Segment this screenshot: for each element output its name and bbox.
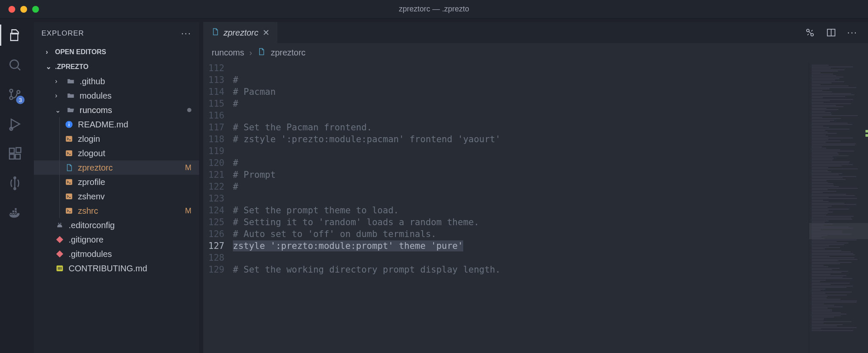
shell-file-icon — [64, 207, 74, 215]
window-close-button[interactable] — [8, 6, 15, 13]
code-content[interactable]: ## Pacman## Set the Pacman frontend.# zs… — [233, 62, 809, 353]
explorer-icon[interactable] — [8, 28, 22, 42]
tree-file[interactable]: zlogout — [34, 146, 199, 160]
svg-rect-17 — [66, 193, 72, 199]
activity-bar: 3 — [0, 19, 30, 353]
run-debug-icon[interactable] — [8, 117, 22, 131]
more-actions-icon[interactable]: ··· — [847, 27, 858, 38]
open-editors-section[interactable]: › OPEN EDITORS — [34, 45, 199, 59]
git-graph-icon[interactable] — [8, 176, 22, 190]
tree-file[interactable]: .editorconfig — [34, 218, 199, 232]
docker-icon[interactable] — [8, 206, 22, 220]
svg-rect-16 — [66, 179, 72, 185]
tree-file[interactable]: zlogin — [34, 132, 199, 146]
tree-file[interactable]: .gitmodules — [34, 247, 199, 261]
titlebar: zpreztorc — .zprezto — [0, 0, 868, 19]
breadcrumb-folder[interactable]: runcoms — [212, 48, 244, 58]
git-file-icon — [55, 235, 64, 244]
file-icon — [64, 163, 74, 172]
tree-folder[interactable]: › modules — [34, 88, 199, 103]
shell-file-icon — [64, 192, 74, 201]
svg-rect-8 — [16, 148, 21, 152]
close-tab-icon[interactable]: ✕ — [263, 28, 270, 38]
folder-icon — [66, 77, 75, 85]
svg-rect-12 — [69, 124, 69, 126]
sidebar-menu-icon[interactable]: ··· — [181, 28, 191, 39]
editor-tab[interactable]: zpreztorc ✕ — [203, 22, 277, 43]
folder-open-icon — [66, 106, 75, 114]
svg-point-20 — [60, 223, 61, 224]
sidebar-title: EXPLORER — [41, 29, 84, 38]
markdown-file-icon — [55, 264, 64, 273]
svg-rect-18 — [66, 208, 72, 213]
shell-file-icon — [64, 178, 74, 186]
svg-point-2 — [10, 97, 13, 99]
tree-file[interactable]: zprofile — [34, 175, 199, 189]
shell-file-icon — [64, 149, 74, 157]
open-editors-label: OPEN EDITORS — [55, 48, 106, 56]
chevron-right-icon: › — [249, 48, 252, 58]
window-title: zpreztorc — .zprezto — [399, 5, 469, 14]
tabs-row: zpreztorc ✕ ··· — [203, 22, 868, 43]
svg-point-3 — [17, 91, 20, 94]
tree-file[interactable]: CONTRIBUTING.md — [34, 261, 199, 276]
svg-point-0 — [10, 60, 19, 69]
tree-file[interactable]: README.md — [34, 117, 199, 132]
svg-rect-6 — [9, 154, 14, 159]
file-tree: › .github › modules ⌄ — [34, 74, 199, 353]
svg-rect-7 — [15, 154, 20, 159]
workspace-section[interactable]: ⌄ .ZPREZTO — [34, 59, 199, 74]
source-control-icon[interactable]: 3 — [8, 87, 22, 102]
git-status-m: M — [185, 207, 199, 215]
breadcrumb[interactable]: runcoms › zpreztorc — [203, 43, 868, 62]
split-editor-icon[interactable] — [826, 27, 837, 38]
git-file-icon — [55, 250, 64, 258]
file-icon — [257, 47, 265, 58]
folder-icon — [66, 91, 75, 100]
info-file-icon — [64, 120, 74, 129]
file-icon — [211, 28, 219, 38]
search-icon[interactable] — [8, 58, 22, 72]
tree-file-selected[interactable]: zpreztorc M — [34, 160, 199, 175]
line-gutter: 1121131141151161171181191201211221231241… — [203, 62, 233, 353]
compare-changes-icon[interactable] — [804, 27, 815, 38]
tree-file[interactable]: .gitignore — [34, 232, 199, 247]
breadcrumb-file[interactable]: zpreztorc — [271, 48, 305, 58]
minimap-change-marker — [865, 130, 868, 132]
explorer-sidebar: EXPLORER ··· › OPEN EDITORS ⌄ .ZPREZTO ›… — [34, 22, 199, 353]
svg-rect-5 — [9, 148, 14, 153]
git-status-m: M — [185, 163, 199, 172]
svg-point-19 — [58, 223, 59, 224]
scm-badge: 3 — [16, 96, 25, 104]
editor-area: zpreztorc ✕ ··· runcoms › — [203, 22, 868, 353]
svg-rect-13 — [69, 122, 69, 123]
editorconfig-icon — [55, 221, 64, 229]
tree-folder[interactable]: › .github — [34, 74, 199, 88]
minimap-change-marker — [865, 134, 868, 137]
workspace-root-label: .ZPREZTO — [55, 63, 88, 71]
tree-file[interactable]: zshrc M — [34, 204, 199, 218]
shell-file-icon — [64, 135, 74, 143]
svg-point-1 — [10, 89, 13, 92]
svg-rect-15 — [66, 150, 72, 156]
svg-rect-14 — [66, 136, 72, 141]
tree-file[interactable]: zshenv — [34, 189, 199, 204]
tab-label: zpreztorc — [224, 28, 258, 38]
code-editor[interactable]: 1121131141151161171181191201211221231241… — [203, 62, 868, 353]
window-zoom-button[interactable] — [32, 6, 39, 13]
minimap[interactable] — [809, 62, 868, 353]
window-minimize-button[interactable] — [20, 6, 27, 13]
dirty-dot-icon — [187, 108, 191, 112]
tree-folder-open[interactable]: ⌄ runcoms — [34, 103, 199, 117]
extensions-icon[interactable] — [8, 146, 22, 161]
